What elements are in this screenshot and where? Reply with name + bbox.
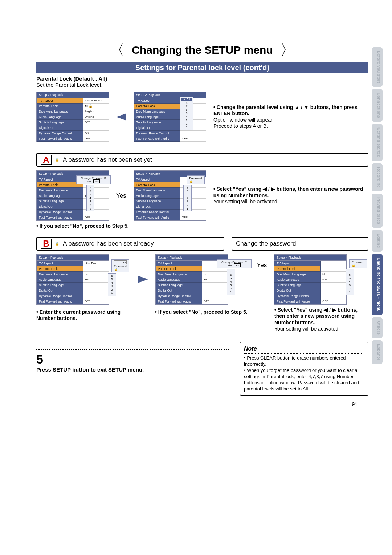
lock-icon: 🔒 [89,104,93,108]
rail-espanol[interactable]: Español [372,340,383,364]
lvl-1[interactable]: 1 [181,126,192,129]
b1-k7: Fast Forward with Audio [37,299,83,304]
cpw-yes-a1[interactable]: Yes [87,180,92,183]
b1-v0: etter Box [83,261,109,266]
rail-getting-started[interactable]: Getting started [372,124,383,161]
b3-v5 [321,288,346,293]
b1-l5: 5 [109,278,115,281]
pw-entry-b3[interactable]: Password 🔒 - - - - [349,259,367,268]
rail-others[interactable]: Others [372,317,383,338]
b3-k3: Audio Language [274,277,321,283]
b2-v7: OFF [202,299,228,304]
b1-l2: 2 [109,288,115,292]
rail-connections[interactable]: Connections [372,89,383,122]
t1-v2: English [83,109,109,114]
b3-k1: Parental Lock [274,266,321,272]
step5-text: Press SETUP button to exit SETUP menu. [36,366,229,373]
lvl-5[interactable]: 5 [181,112,192,115]
t1-k7: Fast Forward with Audio [37,136,83,142]
lead-plain: Set the Parental Lock level. [36,82,103,88]
dots-divider [36,349,229,350]
lvl-3[interactable]: 3 [181,119,192,122]
t1-v7: OFF [83,136,109,142]
a1-l7: 7 [87,186,93,190]
a2-l5: 5 [184,193,190,197]
section-a-text: A password has not been set yet [63,156,152,163]
top-instruction: • Change the parental level using ▲ / ▼ … [213,104,368,130]
cpw-no-a1[interactable]: No [93,179,100,183]
t1-v5 [83,125,109,131]
section-b-grid: Setup > Playback TV Aspectetter Box Pare… [36,254,368,305]
b2-k4: Subtitle Language [156,283,202,288]
t2-k3: Audio Language [134,114,180,120]
rail-editing[interactable]: Editing [372,230,383,251]
a1-k4: Subtitle Language [37,199,83,204]
b1-k6: Dynamic Range Control [37,293,83,299]
step5-number: 5 [36,352,229,366]
b2-k2: Disc Menu Language [156,272,202,277]
t2-k5: Digital Out [134,125,180,131]
rail-before[interactable]: Before you start [372,47,383,87]
b3-v0 [321,261,346,266]
title-b: SETUP [204,44,241,56]
rail-recording[interactable]: Recording [372,163,383,191]
b3-l5: 5 [347,277,353,280]
t1-k5: Digital Out [37,125,83,131]
level-dropdown[interactable]: ✔ All 8 7 6 5 4 3 2 1 [180,97,193,130]
lvl-all[interactable]: ✔ All [181,98,192,101]
instr-a: • Select "Yes" using ◀ / ▶ buttons, then… [213,186,368,205]
b1-l1: 1 [109,291,115,295]
t2-v7: OFF [180,136,206,142]
b2-v4 [202,283,228,288]
a1-l4: 4 [87,197,93,200]
change-pw-dialog-b2[interactable]: Change Password? Yes No [217,259,252,268]
t1-k0: TV Aspect [37,98,83,104]
t1-v1: All [85,105,88,108]
b1-hdr: Setup > Playback [37,255,109,261]
change-pw-dialog-a1[interactable]: Change Password? Yes No [76,175,111,184]
b2-k6: Dynamic Range Control [156,293,202,299]
table1-wrap: Setup > Playback TV Aspect4:3 Letter Box… [36,92,109,142]
pw-label-a: Password [189,177,202,180]
setup-table-2-header: Setup > Playback [134,92,206,98]
b1-l4: 4 [109,281,115,285]
lvl-4[interactable]: 4 [181,115,192,119]
cpw-no-b2[interactable]: No [234,263,241,267]
b1-v2: ish [83,272,109,277]
b3-k0: TV Aspect [274,261,321,266]
rail-changing-setup[interactable]: Changing the SETUP menu [372,254,383,315]
b1-v4 [83,283,109,288]
b3-l1: 1 [347,291,353,294]
b2-l2: 2 [228,287,234,291]
lvl-6[interactable]: 6 [181,108,192,112]
lvl-2[interactable]: 2 [181,122,192,126]
b2-l4: 4 [228,280,234,284]
b3-wrap: Setup > Playback TV Aspect Parental Lock… [274,254,368,305]
lvl-8[interactable]: 8 [181,101,192,105]
pw-entry-b1[interactable]: All Password 🔒 - - - - [111,259,129,272]
setup-table-b3: Setup > Playback TV Aspect Parental Lock… [274,254,347,305]
instr1-b: • Change the parental level using ▲ / ▼ … [213,104,358,117]
a1-l2: 2 [87,203,93,207]
t2-v6 [180,131,206,136]
pw-entry-a[interactable]: Password 🔒 - - - - [187,175,205,184]
table2-wrap: Setup > Playback TV Aspectetter Box Pare… [134,92,206,142]
b2-k1: Parental Lock [156,266,202,272]
a2-l2: 2 [184,203,190,207]
t2-k1: Parental Lock [134,104,180,109]
section-a-letter: A [41,155,52,165]
b3-pwmask: - - - - [356,264,362,267]
section-rail: Before you start Connections Getting sta… [372,47,383,364]
instr1-t1: Option window will appear [213,117,273,123]
t2-k7: Fast Forward with Audio [134,136,180,142]
lvl-7[interactable]: 7 [181,105,192,108]
section-b-right: Change the password [232,237,368,251]
cpw-yes-b2[interactable]: Yes [228,264,232,267]
note-li1: • Press CLEAR button to erase numbers en… [244,355,364,368]
cap-b2: • If you select "No", proceed to Step 5. [155,309,249,316]
a2-l4: 4 [184,197,190,200]
note-area: Note • Press CLEAR button to erase numbe… [240,335,368,396]
lead-bold: Parental Lock (Default : All) [36,76,107,82]
b1-k0: TV Aspect [37,261,83,266]
rail-playing[interactable]: Playing discs [372,194,383,228]
